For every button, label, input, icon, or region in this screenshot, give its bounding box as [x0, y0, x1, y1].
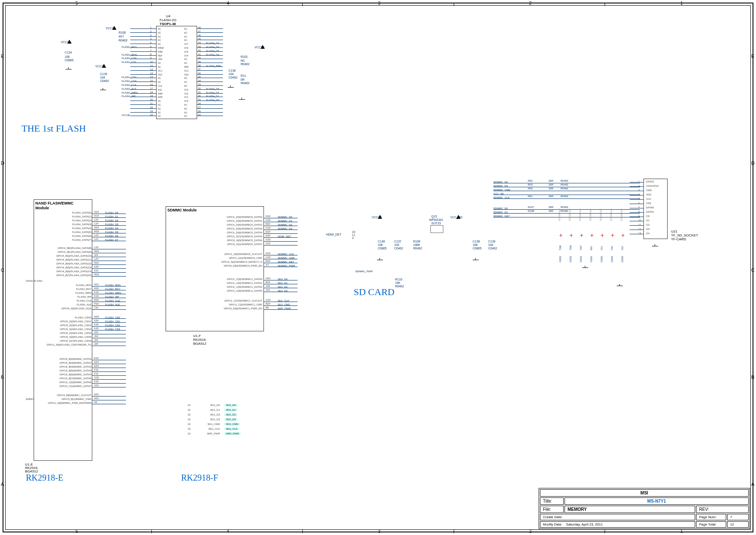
- tb-create-label: Create Date:: [540, 514, 695, 520]
- tb-mod: Saturday, April 23, 2011: [566, 522, 603, 526]
- tb-rev-label: REV:: [696, 506, 749, 513]
- grid-col: 4: [227, 1, 229, 6]
- r101-pkg: R0402: [241, 63, 250, 66]
- gnd-sd2: [473, 258, 479, 262]
- r109-ref: R109: [413, 240, 420, 243]
- grid-col: 1: [681, 1, 683, 6]
- u1f-part: RK2918: [193, 338, 206, 342]
- inner-frame: [5, 5, 751, 530]
- tb-pn-label: Page Num:: [696, 514, 726, 520]
- tb-pt-label: Page Total:: [696, 521, 726, 528]
- r101-ref: R101: [241, 55, 248, 58]
- grid-col: 5: [75, 1, 78, 6]
- r100-pkg: R0402: [119, 39, 128, 42]
- u1e-pkg: BGA512: [25, 469, 38, 473]
- grid-col: 4: [227, 529, 229, 534]
- u1e-g2: EMMC: [26, 398, 34, 400]
- gnd-2: [100, 88, 106, 92]
- tb-pn: 7: [727, 514, 749, 520]
- r110-pkg: R0402: [395, 285, 404, 288]
- u4-ref: U4: [166, 14, 170, 18]
- u1f-hdr: SDMMC Module: [167, 208, 197, 212]
- q15-pkg: SOT23: [431, 222, 441, 225]
- title-rk-e: RK2918-E: [26, 473, 63, 483]
- hdmi-det-label: HDMI_DET: [326, 233, 342, 236]
- gnd-1: [66, 67, 72, 72]
- tb-mod-label: Modify Date:: [543, 522, 562, 526]
- grid-col: 5: [75, 529, 78, 534]
- r11-ref: R11: [241, 74, 246, 77]
- u21-part: TF_SD_SOCKET: [671, 233, 698, 237]
- gnd-pd: [582, 266, 588, 270]
- section-title-flash: THE 1st FLASH: [22, 123, 86, 134]
- net-vcc30-2: VCC30: [61, 41, 71, 44]
- tb-title: MS-N7Y1: [565, 497, 749, 505]
- q15-body: [430, 225, 443, 233]
- net-vcc30-3: VCC30: [95, 65, 105, 68]
- grid-col: 2: [529, 529, 532, 534]
- tb-file-label: File:: [540, 506, 564, 513]
- c134-ref: C134: [65, 51, 72, 54]
- r109-pkg: R0402: [413, 247, 422, 250]
- tb-title-label: Title:: [540, 497, 564, 505]
- section-title-sd: SD CARD: [354, 286, 395, 298]
- grid-row: A: [1, 482, 4, 487]
- gnd-sd1: [377, 258, 383, 262]
- u1e-hdr1: NAND FLASH/EMMC: [35, 201, 74, 205]
- grid-row: D: [1, 160, 4, 166]
- tb-brand: MSI: [540, 489, 749, 497]
- r100-ref: R100: [119, 31, 126, 34]
- grid-row: C: [1, 268, 4, 273]
- grid-col: 1: [681, 529, 683, 534]
- r110-ref: R110: [395, 278, 402, 281]
- c135-pkg: C0402: [100, 79, 109, 82]
- grid-row: B: [1, 374, 4, 380]
- r100-val: 4K7: [119, 35, 124, 38]
- u4-part: FLASH-2G: [160, 18, 176, 22]
- net-vcc30-4: VCC30: [254, 46, 264, 49]
- title-rk-f: RK2918-F: [181, 473, 218, 483]
- r110-val: 10K: [395, 281, 400, 284]
- vcc-arrow-sd2: [456, 215, 461, 219]
- grid-row: D: [751, 160, 755, 166]
- r11-pkg: R0402: [241, 82, 250, 85]
- u1f-ref: U1-F: [193, 334, 201, 338]
- tb-file: MEMORY: [565, 506, 695, 513]
- grid-col: 3: [378, 1, 381, 6]
- r101-val: NC: [241, 59, 245, 62]
- gnd-u21-2: [617, 284, 623, 288]
- c134-pkg: C0805: [65, 59, 74, 62]
- grid-col: 3: [378, 529, 381, 534]
- c136-val: 104: [229, 72, 234, 76]
- title-block: MSI Title: MS-N7Y1 File: MEMORY REV: Cre…: [539, 488, 750, 529]
- u1f-pkg: BGA512: [193, 342, 206, 346]
- grid-col: 2: [529, 1, 532, 6]
- r109-val: 100K: [413, 243, 420, 246]
- c135-ref: C135: [100, 72, 107, 76]
- grid-row: B: [751, 374, 754, 380]
- u21-ref: U21: [671, 230, 678, 233]
- q15-part: WPM2341: [429, 218, 443, 221]
- u21-type: TF-CARD: [671, 237, 686, 241]
- sd-vccin: VCC30: [372, 216, 382, 219]
- c136-ref: C136: [229, 69, 236, 72]
- c134-val: 106: [65, 55, 70, 58]
- r11-val: 0R: [241, 78, 245, 81]
- chip-u4: [156, 26, 197, 119]
- c136-pkg: C0402: [229, 76, 238, 79]
- u1e-hdr2: Module: [35, 206, 49, 210]
- grid-row: C: [751, 268, 755, 273]
- u4-pkg: TSOP1-48: [160, 22, 176, 26]
- net-vcc30-1: VCC30: [106, 27, 116, 30]
- gnd-4: [239, 98, 245, 102]
- sd-pwr-net: SDMMC_PWR: [355, 270, 373, 273]
- u1e-g1: NAND FLASH: [26, 280, 42, 282]
- tb-pt: 12: [727, 521, 749, 528]
- gnd-3: [228, 85, 234, 90]
- c135-val: 104: [100, 76, 105, 79]
- q15-ref: Q15: [431, 215, 437, 218]
- grid-row: A: [751, 482, 754, 487]
- grid-row: E: [1, 54, 4, 59]
- grid-row: E: [751, 54, 754, 59]
- gnd-u21: [652, 244, 658, 249]
